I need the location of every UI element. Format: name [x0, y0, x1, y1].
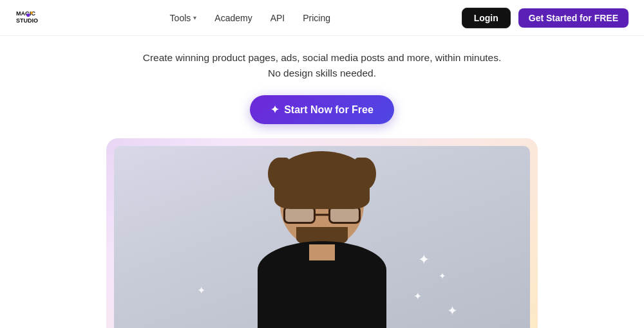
svg-text:MAGIC: MAGIC	[16, 10, 35, 17]
nav-item-tools[interactable]: Tools ▾	[170, 13, 197, 23]
hero-subtitle-line1: Create winning product pages, ads, socia…	[143, 52, 502, 63]
person-figure	[232, 151, 412, 328]
nav-tools-label: Tools	[170, 13, 191, 23]
hero-image-card: ✦ ✦ ✦ ✦ ✦	[106, 138, 538, 328]
start-now-label: Start Now for Free	[284, 104, 374, 116]
nav-academy-label: Academy	[214, 13, 252, 23]
nav-item-academy[interactable]: Academy	[214, 13, 252, 23]
nav-api-label: API	[270, 13, 285, 23]
get-started-button[interactable]: Get Started for FREE	[518, 8, 629, 28]
svg-point-3	[30, 12, 33, 14]
hero-subtitle-line2: No design skills needed.	[268, 68, 376, 78]
hero-subtitle: Create winning product pages, ads, socia…	[143, 50, 502, 81]
sparkle-4: ✦	[447, 303, 458, 318]
login-button[interactable]: Login	[462, 8, 511, 28]
nav-center: Tools ▾ Academy API Pricing	[170, 13, 330, 23]
sparkle-1: ✦	[418, 251, 430, 268]
svg-text:STUDIO: STUDIO	[16, 17, 38, 24]
star-icon: ✦	[270, 104, 279, 116]
start-now-button[interactable]: ✦ Start Now for Free	[250, 95, 394, 124]
nav-pricing-label: Pricing	[303, 13, 330, 23]
sparkle-3: ✦	[413, 290, 422, 302]
hero-section: Create winning product pages, ads, socia…	[0, 36, 644, 124]
nav-item-pricing[interactable]: Pricing	[303, 13, 330, 23]
glasses-bridge	[316, 214, 328, 216]
person-neck	[309, 244, 335, 260]
person-hair	[274, 151, 370, 209]
svg-point-2	[26, 13, 30, 16]
logo-icon: MAGIC STUDIO	[15, 6, 39, 30]
card-inner: ✦ ✦ ✦ ✦ ✦	[114, 146, 530, 328]
navbar: MAGIC STUDIO Tools ▾ Academy API Pricing…	[0, 0, 644, 36]
sparkle-2: ✦	[439, 271, 446, 281]
nav-tools-chevron: ▾	[193, 14, 196, 21]
logo[interactable]: MAGIC STUDIO	[15, 6, 39, 30]
sparkle-5: ✦	[197, 284, 205, 296]
nav-item-api[interactable]: API	[270, 13, 285, 23]
nav-right: Login Get Started for FREE	[462, 8, 629, 28]
